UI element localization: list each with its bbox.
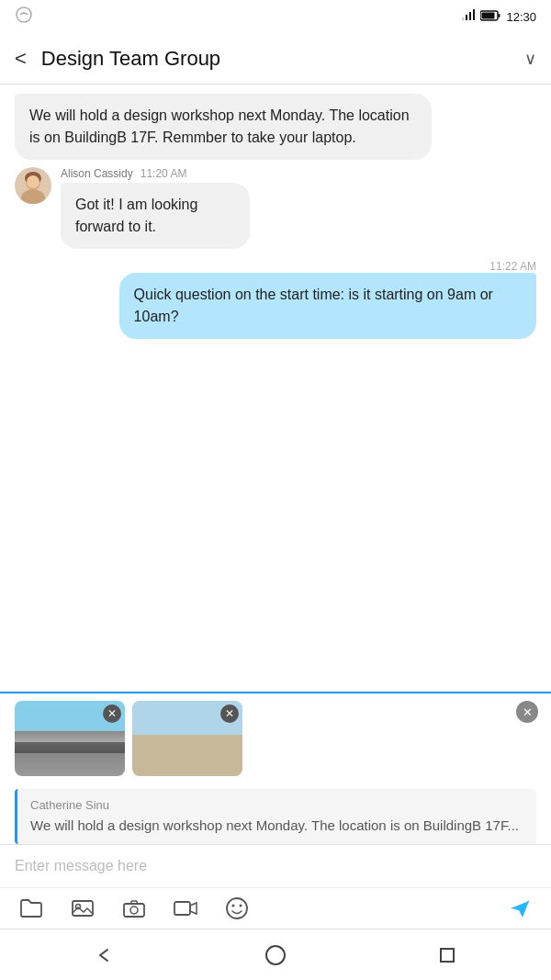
chat-header: < Design Team Group ∨ [0, 33, 551, 84]
attached-image-1: ✕ [15, 701, 125, 776]
svg-point-16 [130, 907, 138, 914]
message-bubble-3: Quick question on the start time: is it … [119, 273, 536, 339]
svg-marker-2 [469, 12, 471, 20]
message-time-2: 11:20 AM [141, 167, 187, 180]
quote-text: We will hold a design workshop next Mond… [30, 816, 523, 835]
remove-image-2-button[interactable]: ✕ [220, 704, 239, 723]
quote-block: Catherine Sinu We will hold a design wor… [15, 789, 536, 844]
message-input-area [0, 844, 551, 887]
chat-title: Design Team Group [41, 47, 524, 71]
app-icon [15, 6, 33, 28]
svg-point-12 [27, 175, 39, 188]
attached-image-2: ✕ [132, 701, 242, 776]
messages-area: We will hold a design workshop next Mond… [0, 84, 551, 692]
camera-button[interactable] [121, 896, 147, 921]
svg-point-21 [266, 946, 285, 964]
message-meta-2: Alison Cassidy 11:20 AM [61, 167, 186, 180]
dismiss-all-button[interactable]: ✕ [516, 701, 538, 723]
nav-home-button[interactable] [264, 944, 287, 966]
svg-point-20 [240, 905, 242, 907]
emoji-button[interactable] [224, 896, 250, 921]
video-button[interactable] [173, 896, 198, 921]
svg-rect-13 [73, 901, 93, 916]
nav-recent-button[interactable] [438, 946, 456, 964]
remove-image-1-button[interactable]: ✕ [103, 704, 121, 723]
nav-bar [0, 929, 551, 980]
back-button[interactable]: < [15, 47, 27, 71]
quote-sender: Catherine Sinu [30, 798, 523, 812]
svg-marker-1 [473, 9, 475, 20]
svg-rect-7 [482, 13, 495, 19]
signal-icon [460, 7, 475, 26]
svg-marker-4 [462, 17, 464, 20]
battery-icon [480, 8, 500, 25]
svg-rect-6 [499, 14, 500, 17]
message-row-2: Alison Cassidy 11:20 AM Got it! I am loo… [15, 167, 536, 249]
image-button[interactable] [70, 896, 96, 921]
message-row-1: We will hold a design workshop next Mond… [15, 94, 536, 160]
svg-point-18 [227, 898, 247, 918]
svg-point-19 [232, 905, 235, 907]
message-bubble-2: Got it! I am looking forward to it. [61, 183, 250, 249]
dropdown-button[interactable]: ∨ [524, 49, 536, 69]
nav-back-button[interactable] [95, 946, 113, 964]
message-time-3: 11:22 AM [489, 260, 536, 273]
svg-marker-3 [466, 15, 467, 20]
sender-name-alison: Alison Cassidy [61, 167, 133, 180]
message-row-3: 11:22 AM Quick question on the start tim… [15, 256, 536, 339]
message-bubble-1: We will hold a design workshop next Mond… [15, 94, 432, 160]
folder-button[interactable] [18, 896, 44, 921]
bubble-row-alison: Alison Cassidy 11:20 AM Got it! I am loo… [61, 167, 298, 249]
avatar-alison [15, 167, 51, 204]
svg-point-0 [17, 7, 31, 22]
send-button[interactable] [507, 896, 533, 921]
svg-rect-22 [441, 949, 454, 962]
svg-rect-15 [124, 904, 144, 917]
time-display: 12:30 [506, 10, 536, 24]
attached-images-area: ✕ ✕ ✕ [0, 693, 551, 783]
bottom-toolbar [0, 887, 551, 929]
message-input[interactable] [15, 852, 536, 880]
status-bar: 12:30 [0, 0, 551, 33]
svg-rect-17 [174, 902, 190, 915]
